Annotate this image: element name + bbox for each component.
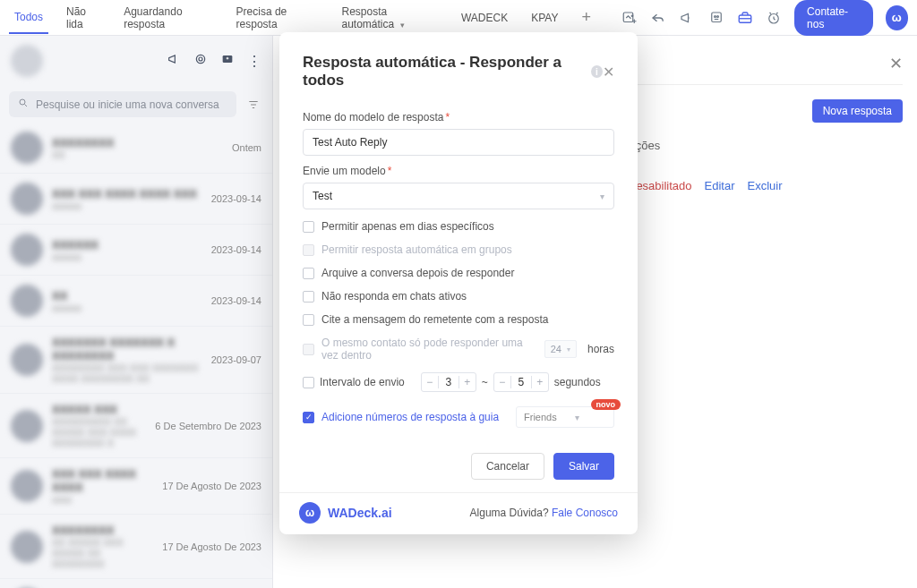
checkbox-icon[interactable] [303,412,314,423]
decrement-button[interactable]: − [494,376,510,388]
checkbox-archive[interactable]: Arquive a conversa depois de responder [303,267,614,279]
template-name-input[interactable] [303,129,614,156]
interval-to-value: 5 [510,376,532,388]
modal-title: Resposta automática - Responder a todos … [303,54,603,89]
save-button[interactable]: Salvar [553,453,614,480]
checkbox-icon [303,291,314,303]
checkbox-label: Permitir apenas em dias específicos [321,220,494,233]
send-template-select[interactable]: Test ▾ [303,183,614,209]
checkbox-quote-message[interactable]: Cite a mensagem do remetente com a respo… [303,313,614,326]
checkbox-label: Permitir resposta automática em grupos [321,243,512,256]
send-template-value: Test [313,190,332,202]
checkbox-label: O mesmo contato só pode responder uma ve… [321,337,534,362]
decrement-button[interactable]: − [422,376,438,388]
hours-value: 24 [551,344,561,354]
interval-unit: segundos [554,376,601,388]
checkbox-icon [303,221,314,233]
auto-reply-modal: Resposta automática - Responder a todos … [279,32,638,534]
novo-badge: novo [591,399,621,410]
interval-from-stepper[interactable]: − 3 + [421,372,476,392]
chevron-down-icon: ▾ [600,192,604,201]
once-within-hours-select[interactable]: 24 ▾ [544,340,577,358]
tilde-separator: ~ [482,376,488,388]
wadeck-logo-icon: ω [299,502,321,524]
friends-tab-select[interactable]: Friends ▾ novo [516,406,614,428]
chevron-down-icon: ▾ [575,413,579,422]
contact-us-link[interactable]: Fale Conosco [552,507,618,519]
checkbox-specific-days[interactable]: Permitir apenas em dias específicos [303,220,614,233]
add-numbers-row: Adicione números de resposta à guia Frie… [303,406,614,428]
modal-footer: Cancelar Salvar [279,437,638,492]
info-icon[interactable]: i [591,65,603,78]
doubt-text: Alguma Dúvida? [470,507,552,519]
interval-to-stepper[interactable]: − 5 + [493,372,549,392]
chevron-down-icon: ▾ [567,345,570,354]
checkbox-no-active-chats[interactable]: Não responda em chats ativos [303,290,614,303]
increment-button[interactable]: + [532,376,548,388]
modal-title-text: Resposta automática - Responder a todos [303,54,587,89]
checkbox-label: Cite a mensagem do remetente com a respo… [321,313,548,326]
checkbox-icon [303,344,314,355]
checkbox-icon [303,244,314,256]
hours-unit: horas [587,343,614,355]
checkbox-icon [303,268,314,279]
add-numbers-label: Adicione números de resposta à guia [321,411,499,423]
checkbox-label: Não responda em chats ativos [321,290,467,303]
brand-name: WADeck.ai [328,506,392,520]
checkbox-label: Arquive a conversa depois de responder [321,267,514,279]
label-template-name: Nome do modelo de resposta* [303,111,614,124]
cancel-button[interactable]: Cancelar [471,453,544,480]
modal-close-icon[interactable]: ✕ [603,64,614,81]
checkbox-icon[interactable] [303,377,314,388]
checkbox-groups: Permitir resposta automática em grupos [303,243,614,256]
checkbox-once-within: O mesmo contato só pode responder uma ve… [303,337,614,362]
modal-overlay: Resposta automática - Responder a todos … [0,0,917,588]
increment-button[interactable]: + [459,376,476,388]
modal-brand-footer: ω WADeck.ai Alguma Dúvida? Fale Conosco [279,492,638,534]
interval-row: Intervalo de envio − 3 + ~ − 5 + segundo… [303,372,614,392]
interval-from-value: 3 [438,376,459,388]
friends-value: Friends [524,412,557,422]
label-send-template: Envie um modelo* [303,165,614,177]
checkbox-icon [303,314,314,326]
interval-label: Intervalo de envio [320,376,405,388]
